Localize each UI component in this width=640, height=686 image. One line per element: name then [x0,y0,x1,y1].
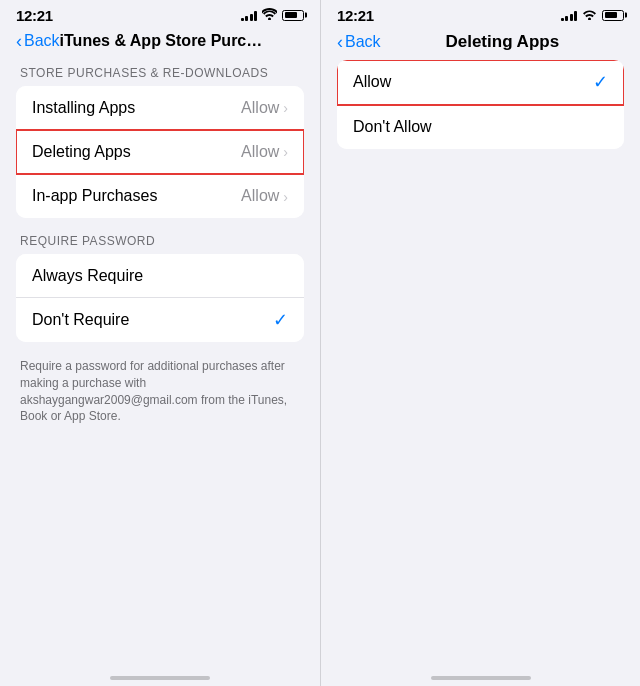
installing-apps-right: Allow › [241,99,288,117]
status-time-right: 12:21 [337,7,374,24]
deleting-apps-right: Allow › [241,143,288,161]
store-purchases-section-label: STORE PURCHASES & RE-DOWNLOADS [0,58,320,86]
installing-apps-label: Installing Apps [32,99,135,117]
wifi-icon-left [262,8,277,23]
allow-label: Allow [353,73,391,91]
nav-bar-left: ‹ Back iTunes & App Store Purchases [0,28,320,58]
dont-allow-label: Don't Allow [353,118,432,136]
installing-apps-chevron: › [283,100,288,116]
require-password-section-label: REQUIRE PASSWORD [0,226,320,254]
status-icons-left [241,8,305,23]
list-item-allow[interactable]: Allow ✓ [337,60,624,105]
list-item-installing-apps[interactable]: Installing Apps Allow › [16,86,304,130]
require-password-list: Always Require Don't Require ✓ [16,254,304,342]
home-bar-right [431,676,531,680]
deleting-apps-chevron: › [283,144,288,160]
home-indicator-right [321,676,640,686]
require-password-description: Require a password for additional purcha… [0,350,320,437]
status-bar-right: 12:21 [321,0,640,28]
list-item-inapp-purchases[interactable]: In-app Purchases Allow › [16,174,304,218]
inapp-purchases-label: In-app Purchases [32,187,157,205]
wifi-icon-right [582,8,597,23]
deleting-apps-value: Allow [241,143,279,161]
dont-require-label: Don't Require [32,311,129,329]
list-item-always-require[interactable]: Always Require [16,254,304,298]
list-item-dont-require[interactable]: Don't Require ✓ [16,298,304,342]
installing-apps-value: Allow [241,99,279,117]
list-item-dont-allow[interactable]: Don't Allow [337,105,624,149]
nav-bar-right: ‹ Back Deleting Apps [321,28,640,60]
right-screen: 12:21 ‹ Back Del [320,0,640,686]
battery-icon-right [602,10,624,21]
back-label-left: Back [24,32,60,50]
back-button-right[interactable]: ‹ Back [337,33,381,51]
back-chevron-left: ‹ [16,32,22,50]
home-indicator-left [0,676,320,686]
signal-icon-right [561,9,578,21]
nav-title-right: Deleting Apps [381,32,624,52]
back-chevron-right: ‹ [337,33,343,51]
signal-icon-left [241,9,258,21]
inapp-purchases-value: Allow [241,187,279,205]
status-time-left: 12:21 [16,7,53,24]
left-screen: 12:21 ‹ Back [0,0,320,686]
list-item-deleting-apps[interactable]: Deleting Apps Allow › [16,130,304,174]
inapp-purchases-chevron: › [283,189,288,205]
deleting-apps-options-list: Allow ✓ Don't Allow [337,60,624,149]
battery-icon-left [282,10,304,21]
always-require-label: Always Require [32,267,143,285]
allow-checkmark: ✓ [593,71,608,93]
dont-require-checkmark: ✓ [273,309,288,331]
nav-title-left: iTunes & App Store Purchases [60,32,264,50]
back-label-right: Back [345,33,381,51]
back-button-left[interactable]: ‹ Back [16,32,60,50]
status-bar-left: 12:21 [0,0,320,28]
store-purchases-list: Installing Apps Allow › Deleting Apps Al… [16,86,304,218]
inapp-purchases-right: Allow › [241,187,288,205]
home-bar-left [110,676,210,680]
deleting-apps-label: Deleting Apps [32,143,131,161]
status-icons-right [561,8,625,23]
